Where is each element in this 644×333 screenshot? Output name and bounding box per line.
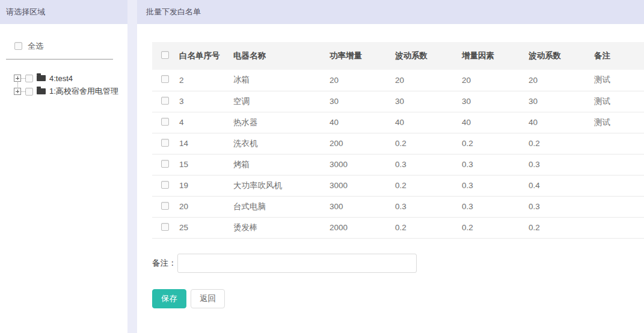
table-cell [594, 154, 644, 175]
row-checkbox-cell [152, 112, 179, 133]
row-checkbox[interactable] [161, 223, 169, 231]
table-cell: 0.2 [395, 133, 462, 154]
table-cell: 测试 [594, 91, 644, 112]
table-cell: 大功率吹风机 [233, 175, 330, 196]
table-row: 14洗衣机2000.20.20.2 [152, 133, 644, 154]
column-header: 波动系数 [529, 42, 594, 70]
column-header: 备注 [594, 42, 644, 70]
table-cell: 40 [395, 112, 462, 133]
table-row: 20台式电脑3000.30.30.3 [152, 196, 644, 217]
tree-item: 4:test4 [0, 72, 127, 85]
table-cell: 0.4 [529, 175, 594, 196]
table-cell: 0.2 [395, 217, 462, 238]
table-cell [594, 133, 644, 154]
table-cell [594, 196, 644, 217]
back-button[interactable]: 返回 [191, 289, 225, 308]
table-cell: 3000 [330, 175, 395, 196]
table-header-checkbox-cell [152, 42, 179, 70]
select-all-checkbox[interactable] [14, 42, 22, 50]
table-cell: 空调 [233, 91, 330, 112]
row-checkbox[interactable] [161, 75, 169, 83]
table-cell: 200 [330, 133, 395, 154]
table-cell: 20 [529, 70, 594, 91]
main-panel-body: 白名单序号电器名称功率增量波动系数增量因素波动系数备注 2冰箱20202020测… [137, 24, 644, 308]
table-cell: 0.3 [395, 154, 462, 175]
table-cell: 20 [330, 70, 395, 91]
table-row: 3空调30303030测试 [152, 91, 644, 112]
table-cell: 测试 [594, 112, 644, 133]
select-all-rows-checkbox[interactable] [161, 51, 169, 59]
row-checkbox[interactable] [161, 160, 169, 168]
save-button[interactable]: 保存 [152, 289, 186, 308]
region-tree: 4:test41:高校宿舍用电管理 [0, 72, 127, 98]
expand-plus-icon[interactable] [14, 88, 21, 95]
row-checkbox-cell [152, 91, 179, 112]
row-checkbox-cell [152, 217, 179, 238]
table-cell: 3000 [330, 154, 395, 175]
table-cell: 300 [330, 196, 395, 217]
table-cell: 0.2 [462, 217, 529, 238]
table-cell: 20 [462, 70, 529, 91]
table-cell: 40 [330, 112, 395, 133]
column-header: 功率增量 [330, 42, 395, 70]
table-cell: 0.3 [462, 175, 529, 196]
row-checkbox[interactable] [161, 139, 169, 147]
row-checkbox[interactable] [161, 97, 169, 105]
table-cell: 3 [179, 91, 233, 112]
tree-item-checkbox[interactable] [25, 88, 33, 96]
tree-item-checkbox[interactable] [25, 75, 33, 82]
expand-plus-icon[interactable] [14, 75, 21, 82]
table-cell: 15 [179, 154, 233, 175]
table-cell: 测试 [594, 70, 644, 91]
table-row: 4热水器40404040测试 [152, 112, 644, 133]
main-panel-title: 批量下发白名单 [137, 0, 644, 24]
table-row: 2冰箱20202020测试 [152, 70, 644, 91]
table-cell: 洗衣机 [233, 133, 330, 154]
left-panel-divider [6, 59, 113, 60]
column-header: 白名单序号 [179, 42, 233, 70]
tree-item-label[interactable]: 4:test4 [49, 74, 73, 83]
row-checkbox[interactable] [161, 181, 169, 189]
table-cell: 烫发棒 [233, 217, 330, 238]
table-row: 19大功率吹风机30000.20.30.4 [152, 175, 644, 196]
left-panel-body: 全选 4:test41:高校宿舍用电管理 [0, 24, 127, 98]
table-header-row: 白名单序号电器名称功率增量波动系数增量因素波动系数备注 [152, 42, 644, 70]
table-cell: 0.3 [529, 196, 594, 217]
tree-item: 1:高校宿舍用电管理 [0, 85, 127, 98]
select-all-row: 全选 [0, 41, 127, 50]
table-row: 15烤箱30000.30.30.3 [152, 154, 644, 175]
region-select-panel: 请选择区域 全选 4:test41:高校宿舍用电管理 [0, 0, 127, 333]
table-cell: 烤箱 [233, 154, 330, 175]
table-cell: 0.3 [395, 196, 462, 217]
column-header: 波动系数 [395, 42, 462, 70]
row-checkbox-cell [152, 196, 179, 217]
table-cell: 0.2 [462, 133, 529, 154]
table-cell: 2 [179, 70, 233, 91]
row-checkbox-cell [152, 154, 179, 175]
row-checkbox-cell [152, 70, 179, 91]
table-cell: 0.2 [395, 175, 462, 196]
table-cell: 冰箱 [233, 70, 330, 91]
table-cell [594, 217, 644, 238]
tree-dotted-connector [21, 78, 25, 79]
table-cell: 20 [395, 70, 462, 91]
row-checkbox-cell [152, 175, 179, 196]
whitelist-table: 白名单序号电器名称功率增量波动系数增量因素波动系数备注 2冰箱20202020测… [152, 42, 644, 239]
tree-item-label[interactable]: 1:高校宿舍用电管理 [49, 86, 118, 97]
table-cell: 0.3 [462, 196, 529, 217]
table-cell: 40 [529, 112, 594, 133]
table-cell: 40 [462, 112, 529, 133]
row-checkbox[interactable] [161, 118, 169, 126]
table-cell: 20 [179, 196, 233, 217]
remark-input[interactable] [177, 254, 417, 273]
table-cell: 0.3 [529, 154, 594, 175]
table-cell: 0.2 [529, 217, 594, 238]
left-panel-title: 请选择区域 [0, 0, 127, 24]
table-cell [594, 175, 644, 196]
row-checkbox[interactable] [161, 202, 169, 210]
table-cell: 2000 [330, 217, 395, 238]
table-cell: 14 [179, 133, 233, 154]
tree-dotted-connector [21, 91, 25, 92]
table-cell: 25 [179, 217, 233, 238]
table-cell: 30 [529, 91, 594, 112]
